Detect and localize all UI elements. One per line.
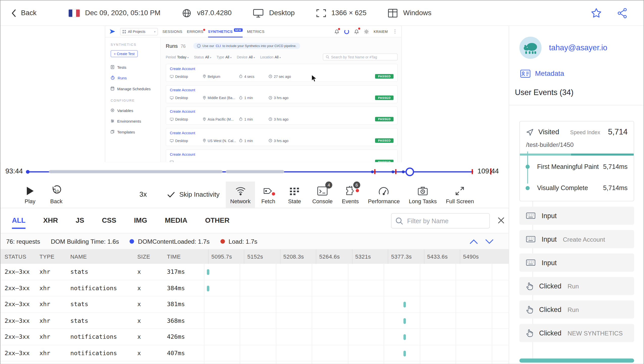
tab-sessions[interactable]: SESSIONS [162,26,182,37]
performance-panel-button[interactable]: Performance [363,181,404,208]
event-input-card[interactable]: Input Create Account [519,230,634,248]
sidebar-item-manage-schedules[interactable]: Manage Schedules [111,83,155,94]
tab-errors[interactable]: ERRORS [187,26,204,37]
run-card[interactable]: Create Account Desktop US West (N. Cal..… [166,128,398,146]
project-selector[interactable]: All Projects ▾ [120,28,158,35]
filter-period[interactable]: PeriodToday ▾ [166,55,189,59]
network-resource-tabs: ALL XHR JS CSS IMG MEDIA OTHER [1,208,509,233]
full-screen-button[interactable]: Full Screen [441,181,479,208]
tab-metrics[interactable]: METRICS [247,26,264,37]
run-name-link[interactable]: Create Account [170,152,394,156]
dom-building-time: DOM Building Time: 1.6s [51,238,119,245]
inactivity-segment [49,170,222,173]
user-menu[interactable]: KRAIEM [374,29,388,33]
metadata-button[interactable]: Metadata [509,70,643,78]
tab-media[interactable]: MEDIA [165,208,187,233]
user-events-title: User Events (34) [509,88,643,97]
announcements-icon[interactable] [334,29,339,34]
event-clicked-card[interactable]: Clicked Run [519,277,634,295]
run-card[interactable]: Create Account PASSED [166,149,398,162]
create-test-button[interactable]: + Create Test [111,50,138,57]
col-name[interactable]: NAME [70,254,137,260]
metric-dot [526,165,530,169]
close-panel-icon[interactable] [497,216,505,225]
sidebar-item-templates[interactable]: Templates [111,126,155,137]
col-type[interactable]: TYPE [39,254,70,260]
fetch-panel-button[interactable]: Fetch [255,181,281,208]
replay-app-body: SYNTHETICS + Create Test Tests Runs Mana… [105,37,401,162]
event-input-card[interactable]: Input [519,254,634,272]
kebab-menu-icon[interactable]: ⋮ [393,29,397,34]
event-dot [391,170,394,173]
test-search-input[interactable]: Search by Test Name or #Tag [323,54,398,61]
filter-location[interactable]: LocationAll ▾ [260,55,281,59]
favorite-star-icon[interactable] [591,8,602,18]
col-size[interactable]: SIZE [137,254,167,260]
filter-status[interactable]: StatusAll ▾ [194,55,211,59]
sidebar-item-runs[interactable]: Runs [111,73,155,83]
network-request-row[interactable]: 2xx–3xxxhrstatsx317ms [1,264,509,280]
run-name-link[interactable]: Create Account [170,109,394,113]
run-name-link[interactable]: Create Account [170,67,394,71]
event-clicked-card[interactable]: Clicked Run [519,301,634,319]
sidebar-item-variables[interactable]: Variables [111,105,155,116]
playback-timeline[interactable]: 93:44 109:44 [1,162,509,182]
event-input-card[interactable]: Input [519,207,634,225]
col-time[interactable]: TIME [167,254,208,260]
events-puzzle-icon: 6 [345,185,356,196]
settings-gear-icon[interactable] [364,29,369,34]
tab-js[interactable]: JS [76,208,84,233]
filter-device[interactable]: DeviceAll ▾ [237,55,255,59]
filter-by-name-input[interactable] [391,213,490,228]
notifications-bell-icon[interactable] [354,29,359,34]
sidebar-item-environments[interactable]: Environments [111,116,155,126]
share-icon[interactable] [617,8,627,18]
sidebar-item-tests[interactable]: Tests [111,62,155,72]
tab-other[interactable]: OTHER [205,208,230,233]
run-card[interactable]: Create Account Desktop Asia Pacific (M..… [166,107,398,125]
network-panel-button[interactable]: Network [226,181,255,208]
keyboard-icon [526,212,535,219]
network-request-row[interactable]: 2xx–3xxxhrstatsx368ms [1,313,509,329]
play-button[interactable]: Play [17,181,43,208]
filter-type[interactable]: TypeAll ▾ [217,55,232,59]
runs-count: 76 [181,43,186,49]
user-email[interactable]: tahay@asayer.io [549,43,607,52]
run-name-link[interactable]: Create Account [170,88,394,92]
network-table-header: STATUS TYPE NAME SIZE TIME 5095.7s 5152s… [1,249,509,264]
back-10s-button[interactable]: 10 Back [43,181,69,208]
hand-pointer-icon [526,282,533,290]
event-visited-card[interactable]: Visited Speed Index 5,714 /test-builder/… [519,121,634,201]
jump-previous-icon[interactable] [469,239,478,244]
run-card[interactable]: Create Account Desktop Middle East (Ba..… [166,85,398,103]
load-time: Load: 1.7s [220,238,257,245]
skip-inactivity-toggle[interactable]: Skip Inactivity [167,181,219,208]
jump-next-icon[interactable] [485,239,494,244]
network-request-row[interactable]: 2xx–3xxxhrnotificationsx407ms [1,345,509,361]
next-event-card-partial [519,358,634,362]
cli-link[interactable]: CLI [216,44,221,48]
state-panel-button[interactable]: State [281,181,308,208]
state-grid-icon [290,185,300,196]
run-card[interactable]: Create Account Desktop Belgium 4 secs 27… [166,64,398,82]
tab-img[interactable]: IMG [134,208,147,233]
run-name-link[interactable]: Create Account [170,131,394,135]
network-request-row[interactable]: 2xx–3xxxhrnotificationsx384ms [1,280,509,296]
tab-xhr[interactable]: XHR [43,208,58,233]
back-button[interactable]: Back [11,9,37,17]
long-tasks-panel-button[interactable]: Long Tasks [404,181,441,208]
network-request-row[interactable]: 2xx–3xxxhrnotificationsx426ms [1,329,509,345]
network-request-row[interactable]: 2xx–3xxxhrstatsx381ms [1,296,509,312]
info-icon: i [197,44,201,48]
console-panel-button[interactable]: 4 Console [308,181,337,208]
col-status[interactable]: STATUS [5,254,39,260]
tab-synthetics[interactable]: SYNTHETICSNEW [208,26,243,37]
timeline-scrubber[interactable] [406,168,414,176]
tab-css[interactable]: CSS [102,208,116,233]
event-clicked-card[interactable]: Clicked NEW SYNTHETICS [519,324,634,342]
tab-all[interactable]: ALL [12,208,26,233]
chevron-down-icon: ▾ [154,30,156,33]
paint-progress-bar [520,153,634,155]
events-panel-button[interactable]: 6 Events [337,181,363,208]
playback-speed-button[interactable]: 3x [139,181,147,208]
